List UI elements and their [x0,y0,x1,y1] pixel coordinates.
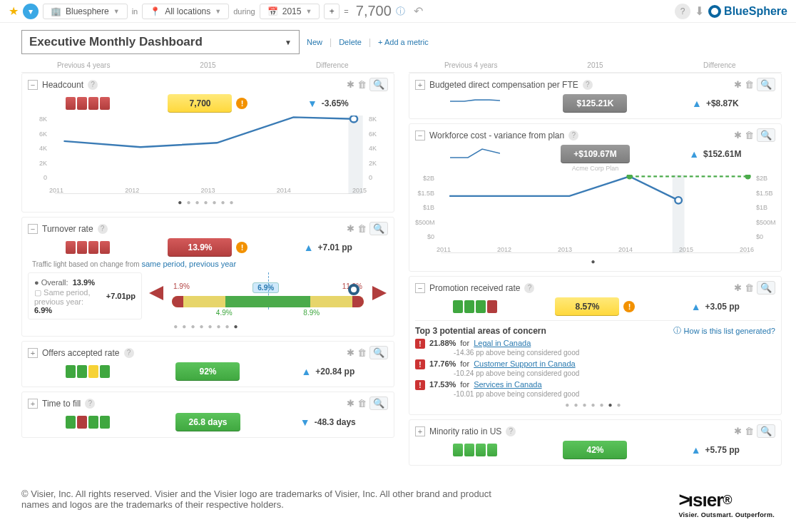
trend-bars [66,241,110,254]
gear-icon[interactable]: ✱ [734,130,742,140]
gear-icon[interactable]: ✱ [734,79,742,90]
concern-link[interactable]: Legal in Canada [474,339,531,347]
favorite-icon[interactable]: ★ [9,4,19,18]
kpi-diff: $152.61M [703,149,741,159]
year-dropdown[interactable]: 📅 2015 ▼ [260,4,320,19]
help-icon[interactable]: ? [85,399,95,409]
dashboard-header: Executive Monthly Dashboard ▼ New | Dele… [0,23,796,58]
concern-sub: -14.36 pp above being considered good [454,349,775,357]
trash-icon[interactable]: 🗑 [357,398,367,409]
equals-label: = [344,7,348,16]
gear-icon[interactable]: ✱ [734,282,742,293]
trash-icon[interactable]: 🗑 [357,79,367,90]
overall-box: ● Overall: 13.9% ▢ Same period, previous… [28,272,142,319]
card-headcount: − Headcount ? ✱ 🗑 🔍 7,700! ▼-3.65% 8K6K4… [21,73,394,213]
trash-icon[interactable]: 🗑 [745,426,754,436]
help-icon[interactable]: ? [124,348,134,358]
expand-toolbar-button[interactable]: ▾ [23,4,39,19]
card-offers: + Offers accepted rate ? ✱🗑🔍 92% ▲+20.84… [21,341,394,387]
pager-dots[interactable]: ●●●●●●● [28,195,388,206]
trash-icon[interactable]: 🗑 [745,130,754,140]
card-title: Turnover rate [42,224,93,234]
card-title: Workforce cost - variance from plan [429,131,564,140]
new-link[interactable]: New [307,38,322,46]
concern-link[interactable]: Services in Canada [474,380,541,389]
search-icon[interactable]: 🔍 [757,78,775,91]
pager-dots[interactable]: ● [415,255,775,265]
collapse-button[interactable]: − [415,131,425,140]
svg-point-2 [350,116,357,123]
how-link[interactable]: ⓘHow is this list generated? [673,325,775,336]
down-triangle-icon: ▼ [300,416,310,428]
expand-button[interactable]: + [415,80,425,90]
alert-icon: ! [236,98,248,109]
brand-logo: BlueSphere [708,5,787,18]
card-budgeted: + Budgeted direct compensation per FTE ?… [409,73,782,119]
search-icon[interactable]: 🔍 [757,128,775,142]
search-icon[interactable]: 🔍 [369,78,388,91]
search-icon[interactable]: 🔍 [757,281,775,295]
expand-button[interactable]: + [415,426,425,436]
calendar-icon: 📅 [267,6,278,16]
collapse-button[interactable]: − [415,283,425,293]
concern-link[interactable]: Customer Support in Canada [474,359,575,368]
help-icon[interactable]: ? [98,224,108,234]
gear-icon[interactable]: ✱ [347,79,354,90]
chevron-down-icon: ▼ [285,39,292,46]
pager-dots[interactable]: ●●●●●●● [415,398,775,409]
headcount-total: 7,700 [356,3,392,19]
card-timefill: + Time to fill ? ✱🗑🔍 26.8 days ▼-48.3 da… [21,392,394,438]
card-title: Time to fill [42,399,81,409]
help-icon[interactable]: ? [524,283,534,293]
kpi-diff: +20.84 pp [315,367,354,377]
col-prev: Previous 4 years [21,61,146,69]
kpi-diff: +5.75 pp [705,445,740,455]
alert-icon: ! [623,301,635,312]
help-icon[interactable]: ? [568,131,578,140]
help-icon[interactable]: ? [583,80,593,90]
headcount-chart: 8K6K4K2K0 8K6K4K2K0 20112012201320142015 [28,116,388,194]
info-icon[interactable]: ⓘ [396,5,405,18]
gear-icon[interactable]: ✱ [347,398,354,409]
trash-icon[interactable]: 🗑 [745,282,754,293]
trend-bars [453,300,497,313]
gear-icon[interactable]: ✱ [347,347,354,358]
expand-button[interactable]: + [28,348,38,358]
trash-icon[interactable]: 🗑 [357,347,367,358]
help-icon[interactable]: ? [506,426,516,436]
search-icon[interactable]: 🔍 [369,397,388,410]
trash-icon[interactable]: 🗑 [745,79,754,90]
collapse-button[interactable]: − [28,224,38,234]
gear-icon[interactable]: ✱ [734,426,742,436]
trash-icon[interactable]: 🗑 [357,223,367,234]
gear-icon[interactable]: ✱ [347,223,354,234]
add-metric-link[interactable]: + Add a metric [378,38,429,46]
collapse-button[interactable]: − [28,80,38,90]
org-dropdown[interactable]: 🏢 Bluesphere ▼ [43,4,128,19]
delete-link[interactable]: Delete [339,38,362,46]
concern-pct: 17.53% [429,380,456,389]
help-icon[interactable]: ? [88,80,98,90]
add-filter-button[interactable]: + [324,4,340,19]
search-icon[interactable]: 🔍 [757,424,775,438]
dashboard-selector[interactable]: Executive Monthly Dashboard ▼ [21,30,300,54]
note-link[interactable]: same period, previous year [141,260,236,268]
concern-sub: -10.24 pp above being considered good [454,369,775,377]
help-button[interactable]: ? [675,4,690,19]
download-icon[interactable]: ⬇ [695,4,704,18]
kpi-value: +$109.67M [561,145,629,163]
kpi-diff: +3.05 pp [705,302,740,312]
trend-bars [66,97,110,110]
kpi-diff: -3.65% [322,98,349,108]
search-icon[interactable]: 🔍 [369,346,388,359]
zone-marker [348,284,359,295]
alert-icon: ! [415,359,425,369]
chevron-down-icon: ▼ [215,8,221,15]
search-icon[interactable]: 🔍 [369,222,388,235]
kpi-value: 8.57% [555,297,619,316]
col-mid: 2015 [146,61,270,69]
location-dropdown[interactable]: 📍 All locations ▼ [142,4,229,19]
undo-icon[interactable]: ↶ [414,4,423,18]
expand-button[interactable]: + [28,399,38,409]
pager-dots[interactable]: ●●●●●●●● [28,319,388,330]
